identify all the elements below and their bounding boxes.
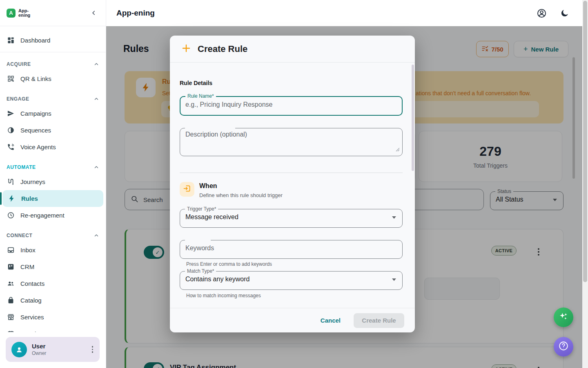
dashboard-icon (7, 36, 15, 45)
sidebar-item-label: Sequences (20, 127, 51, 134)
sidebar-item-inbox[interactable]: Inbox (0, 242, 106, 258)
sparkles-icon (558, 311, 569, 323)
rule-name-label: Rule Name* (187, 93, 214, 99)
sidebar-item-label: CRM (20, 263, 34, 270)
create-rule-modal: Create Rule Rule Details Rule Name* Desc… (170, 36, 415, 332)
chevron-up-icon (94, 61, 99, 67)
keywords-input[interactable] (185, 245, 397, 252)
sidebar-footer: User Owner (0, 332, 105, 368)
trigger-type-label: Trigger Type* (187, 206, 216, 212)
section-divider (180, 173, 403, 173)
sidebar-item-crm[interactable]: CRM (0, 258, 106, 275)
sidebar-item-rules[interactable]: Rules (2, 190, 103, 207)
when-section-badge (180, 182, 194, 197)
sidebar-group-label: CONNECT (7, 233, 33, 238)
modal-footer: Cancel Create Rule (170, 308, 415, 332)
sidebar-item-label: Inbox (20, 247, 36, 254)
sidebar-nav: Dashboard ACQUIRE QR & Links ENGAGE Camp… (0, 26, 106, 342)
keywords-field[interactable]: Keywords (180, 238, 403, 259)
trigger-type-select[interactable]: Trigger Type* Message received (180, 206, 403, 228)
sidebar-item-label: Journeys (20, 178, 45, 185)
sidebar-group-engage[interactable]: ENGAGE (0, 93, 106, 105)
sidebar-item-label: Voice Agents (20, 144, 56, 150)
chevron-up-icon (94, 96, 99, 102)
description-field[interactable]: Description (optional) (180, 126, 403, 156)
match-type-helper-text: How to match incoming messages (186, 293, 261, 298)
rule-name-input[interactable] (185, 101, 397, 108)
keywords-helper-text: Press Enter or comma to add keywords (186, 261, 272, 267)
trigger-enter-icon (183, 184, 191, 194)
sidebar-item-label: Services (20, 314, 44, 321)
browser-scrollbar-thumb[interactable] (583, 1, 587, 282)
plus-icon (181, 43, 191, 55)
top-app-bar: App-ening (106, 0, 588, 26)
send-icon (7, 110, 15, 118)
kanban-icon (7, 263, 15, 271)
sidebar-item-label: QR & Links (20, 75, 51, 82)
account-circle-icon[interactable] (536, 7, 547, 19)
sidebar-item-label: Rules (21, 195, 38, 202)
modal-header: Create Rule (170, 36, 415, 63)
modal-title: Create Rule (198, 44, 247, 54)
sidebar-header: A App-ening (0, 0, 106, 26)
chevron-up-icon (94, 233, 99, 238)
browser-scrollbar-track[interactable] (582, 0, 588, 368)
match-type-value: Contains any keyword (185, 276, 249, 283)
help-fab[interactable] (554, 337, 573, 357)
bag-icon (7, 296, 15, 305)
sidebar-collapse-button[interactable] (88, 7, 99, 19)
when-section-title: When (199, 182, 217, 190)
trigger-type-value: Message received (185, 213, 238, 221)
sidebar-item-services[interactable]: Services (0, 309, 106, 325)
resize-handle-icon[interactable] (396, 146, 400, 153)
sidebar-group-label: ENGAGE (7, 96, 29, 102)
sidebar-item-label: Campaigns (20, 110, 51, 117)
sidebar-item-catalog[interactable]: Catalog (0, 292, 106, 309)
people-icon (7, 280, 15, 288)
description-input[interactable] (185, 126, 397, 150)
sidebar-group-connect[interactable]: CONNECT (0, 229, 106, 242)
cancel-button[interactable]: Cancel (316, 314, 345, 327)
sidebar-item-label: Catalog (20, 297, 42, 304)
chevron-down-icon (392, 278, 396, 281)
sidebar-group-label: ACQUIRE (7, 61, 31, 67)
sidebar-item-sequences[interactable]: Sequences (0, 122, 106, 139)
match-type-select[interactable]: Match Type* Contains any keyword (180, 269, 403, 290)
app-title: App-ening (116, 9, 155, 18)
modal-scrollbar-thumb[interactable] (412, 65, 414, 171)
sidebar-group-automate[interactable]: AUTOMATE (0, 161, 106, 173)
sidebar-item-voice-agents[interactable]: Voice Agents (0, 139, 106, 155)
sidebar-item-label: Contacts (20, 280, 45, 287)
help-icon (558, 341, 569, 353)
avatar (11, 342, 27, 357)
chevron-down-icon (392, 216, 396, 219)
rule-name-field[interactable]: Rule Name* (180, 94, 403, 116)
sidebar-item-journeys[interactable]: Journeys (0, 173, 106, 190)
inbox-icon (7, 246, 15, 254)
create-rule-submit-button[interactable]: Create Rule (354, 313, 404, 328)
sidebar-item-qr-links[interactable]: QR & Links (0, 70, 106, 87)
clock-icon (7, 211, 15, 220)
rule-details-heading: Rule Details (180, 80, 212, 86)
sidebar-item-re-engagement[interactable]: Re-engagement (0, 207, 106, 224)
user-card[interactable]: User Owner (6, 337, 100, 362)
route-icon (7, 178, 15, 186)
sidebar-item-label: Re-engagement (20, 212, 65, 219)
half-circle-icon (7, 126, 15, 135)
moon-icon[interactable] (559, 7, 570, 19)
sidebar-item-dashboard[interactable]: Dashboard (0, 32, 106, 49)
when-section-subtitle: Define when this rule should trigger (199, 192, 283, 198)
ai-assistant-fab[interactable] (554, 307, 573, 327)
user-menu-button[interactable] (89, 343, 96, 355)
sidebar-group-acquire[interactable]: ACQUIRE (0, 58, 106, 70)
storefront-icon (7, 313, 15, 321)
sidebar-item-campaigns[interactable]: Campaigns (0, 105, 106, 122)
user-name: User (32, 343, 46, 350)
phone-icon (7, 143, 15, 151)
lightning-icon (7, 195, 16, 203)
app-window: Rules 7/50 + New Rule Rule Set u ations … (0, 0, 588, 368)
sidebar-item-contacts[interactable]: Contacts (0, 275, 106, 292)
sidebar: A App-ening Dashboard ACQUIRE QR & Links (0, 0, 106, 368)
chevron-up-icon (94, 164, 99, 170)
qr-code-icon (7, 75, 15, 83)
